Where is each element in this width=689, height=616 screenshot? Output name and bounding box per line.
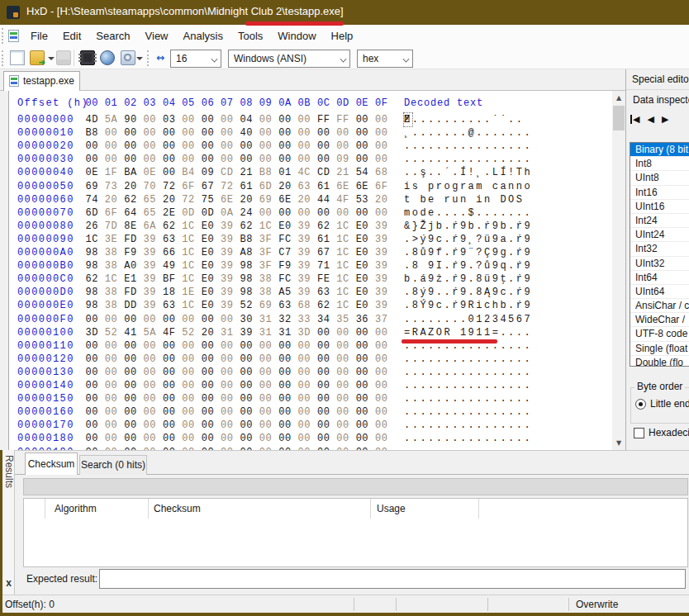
hex-row[interactable]: 000000E09838DD39631CE03952696368621CE039…	[9, 299, 612, 312]
byte-cell[interactable]: E1	[124, 272, 136, 286]
byte-cell[interactable]: 1C	[182, 233, 194, 246]
byte-cell[interactable]: 00	[105, 313, 117, 326]
inspector-item[interactable]: Int64	[630, 271, 689, 285]
byte-cell[interactable]: 31	[259, 313, 272, 326]
scroll-down-icon[interactable]: ▼	[612, 436, 625, 450]
byte-cell[interactable]: 1C	[336, 233, 349, 246]
byte-cell[interactable]: 00	[124, 313, 136, 326]
byte-cell[interactable]: 00	[221, 153, 233, 166]
byte-cell[interactable]: 00	[240, 353, 252, 366]
byte-cell[interactable]: 00	[144, 405, 156, 419]
byte-cell[interactable]: 00	[86, 392, 98, 405]
byte-cell[interactable]: 00	[221, 432, 233, 445]
byte-cell[interactable]: 00	[278, 379, 291, 392]
byte-cell[interactable]: 39	[221, 286, 233, 299]
byte-cell[interactable]: 1C	[86, 233, 98, 246]
byte-cell[interactable]: 00	[105, 353, 117, 366]
byte-cell[interactable]: 00	[86, 432, 98, 445]
byte-cell[interactable]: 0A	[221, 206, 233, 220]
open-ram-icon[interactable]	[80, 50, 95, 65]
byte-cell[interactable]: C7	[278, 246, 291, 259]
byte-cell[interactable]: 1E	[182, 286, 194, 299]
byte-cell[interactable]: 00	[375, 392, 387, 405]
byte-cell[interactable]: 00	[356, 392, 368, 405]
decoded-cell[interactable]: ........01234567	[404, 313, 532, 326]
menu-item-edit[interactable]: Edit	[55, 25, 88, 47]
byte-cell[interactable]: 1C	[182, 220, 194, 233]
byte-cell[interactable]: 00	[221, 313, 233, 326]
byte-cell[interactable]: 00	[298, 339, 311, 353]
byte-cell[interactable]: 00	[317, 432, 330, 445]
byte-cell[interactable]: 63	[163, 233, 175, 246]
byte-cell[interactable]: 00	[298, 126, 311, 140]
byte-cell[interactable]: FF	[336, 113, 349, 126]
byte-cell[interactable]: E0	[356, 272, 368, 286]
byte-cell[interactable]: 39	[375, 233, 387, 246]
byte-cell[interactable]: A5	[278, 286, 291, 299]
inspector-item[interactable]: UInt24	[630, 228, 689, 242]
byte-cell[interactable]: 1C	[105, 272, 117, 286]
byte-cell[interactable]: 98	[86, 259, 98, 272]
byte-cell[interactable]: 3E	[105, 233, 117, 246]
hex-row[interactable]: 000001003D52415A4F5220313931313D00000000…	[9, 326, 612, 339]
byte-cell[interactable]: 39	[221, 272, 233, 286]
byte-cell[interactable]: 20	[124, 180, 136, 193]
inspector-item[interactable]: Int8	[630, 157, 689, 171]
byte-cell[interactable]: 6F	[182, 180, 194, 193]
byte-cell[interactable]: 6A	[144, 220, 156, 233]
byte-cell[interactable]: 1C	[182, 246, 194, 259]
byte-cell[interactable]: 00	[86, 419, 98, 432]
byte-cell[interactable]: 00	[240, 379, 252, 392]
byte-cell[interactable]: 00	[259, 419, 272, 432]
scrollbar-thumb[interactable]	[613, 106, 625, 130]
byte-cell[interactable]: 38	[105, 286, 117, 299]
byte-cell[interactable]: 6E	[356, 180, 368, 193]
inspector-item[interactable]: Int24	[630, 214, 689, 228]
byte-cell[interactable]: 00	[317, 366, 330, 379]
byte-cell[interactable]: 00	[163, 313, 175, 326]
byte-cell[interactable]: 00	[240, 339, 252, 353]
byte-cell[interactable]: 6D	[86, 206, 98, 220]
byte-cell[interactable]: 38	[259, 286, 272, 299]
byte-cell[interactable]: 00	[202, 392, 214, 405]
byte-cell[interactable]: 39	[221, 299, 233, 312]
byte-cell[interactable]: 00	[124, 392, 136, 405]
decoded-cell[interactable]: .8Ý9c.ŕ9Richb.ŕ9	[404, 299, 532, 312]
inspector-type-list[interactable]: Binary (8 bitInt8UInt8Int16UInt16Int24UI…	[630, 142, 689, 367]
byte-cell[interactable]: 00	[221, 366, 233, 379]
byte-cell[interactable]: F9	[278, 259, 291, 272]
byte-cell[interactable]: 00	[124, 432, 136, 445]
byte-cell[interactable]: E0	[356, 246, 368, 259]
inspector-item[interactable]: Double (flo	[630, 356, 689, 367]
hex-row[interactable]: 000000004D5A90000300000004000000FFFF0000…	[9, 113, 612, 126]
byte-cell[interactable]: 00	[240, 405, 252, 419]
byte-cell[interactable]: 00	[336, 140, 349, 153]
decoded-cell[interactable]: &}Žjb.ŕ9b.ŕ9b.ŕ9	[404, 220, 532, 233]
byte-cell[interactable]: 72	[221, 180, 233, 193]
close-results-button[interactable]: x	[2, 576, 15, 590]
byte-cell[interactable]: 00	[182, 432, 194, 445]
byte-cell[interactable]: 00	[105, 153, 117, 166]
byte-cell[interactable]: 63	[317, 286, 330, 299]
byte-cell[interactable]: 98	[240, 259, 252, 272]
byte-cell[interactable]: 00	[163, 366, 175, 379]
byte-cell[interactable]: 39	[298, 233, 311, 246]
byte-cell[interactable]: 00	[278, 339, 291, 353]
byte-cell[interactable]: 00	[144, 366, 156, 379]
byte-cell[interactable]: BF	[163, 272, 175, 286]
byte-cell[interactable]: 00	[240, 432, 252, 445]
byte-cell[interactable]: 1C	[336, 286, 349, 299]
hex-row[interactable]: 0000003000000000000000000000000000090000…	[9, 153, 612, 166]
byte-cell[interactable]: 64	[124, 206, 136, 220]
byte-cell[interactable]: 00	[86, 140, 98, 153]
hex-row[interactable]: 0000015000000000000000000000000000000000…	[9, 392, 612, 405]
byte-cell[interactable]: 61	[317, 180, 330, 193]
byte-cell[interactable]: 39	[240, 326, 252, 339]
toolbar-gripper-2[interactable]	[147, 50, 150, 66]
byte-cell[interactable]: E0	[202, 220, 214, 233]
byte-cell[interactable]: 00	[202, 140, 214, 153]
byte-cell[interactable]: 20	[240, 193, 252, 206]
byte-cell[interactable]: 52	[240, 299, 252, 312]
byte-cell[interactable]: 31	[278, 326, 291, 339]
inspector-item[interactable]: UInt16	[630, 200, 689, 214]
